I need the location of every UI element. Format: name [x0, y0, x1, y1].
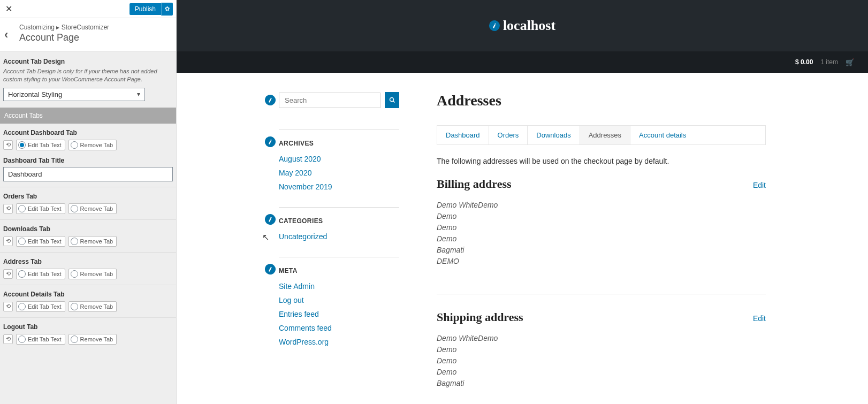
widget-link[interactable]: Site Admin: [279, 282, 315, 291]
reset-button[interactable]: ⟲: [3, 204, 13, 214]
back-button[interactable]: ‹: [4, 28, 8, 42]
remove-tab-radio[interactable]: Remove Tab: [68, 140, 117, 150]
widget-link[interactable]: Log out: [279, 296, 304, 304]
widget-link[interactable]: Uncategorized: [279, 232, 327, 241]
widget-link[interactable]: November 2019: [279, 182, 332, 191]
reset-button[interactable]: ⟲: [3, 334, 13, 344]
svg-point-0: [390, 98, 393, 102]
account-tab-addresses[interactable]: Addresses: [580, 126, 630, 144]
svg-line-1: [393, 101, 394, 103]
reset-button[interactable]: ⟲: [3, 269, 13, 279]
account-tabs-header: Account Tabs: [0, 108, 176, 124]
cart-total: $ 0.00: [795, 58, 813, 66]
widget-title: CATEGORIES: [279, 217, 399, 225]
widget-link[interactable]: May 2020: [279, 169, 311, 177]
customizer-sidebar: ✕ Publish ✿ ‹ Customizing ▸ StoreCustomi…: [0, 0, 177, 404]
reset-button[interactable]: ⟲: [3, 302, 13, 311]
tab-section-label: Logout Tab: [3, 323, 173, 331]
panel-title: Account Page: [19, 32, 169, 43]
dashboard-title-input[interactable]: [3, 167, 173, 181]
widget-link[interactable]: WordPress.org: [279, 338, 329, 346]
cart-items-count: 1 item: [820, 58, 838, 66]
edit-billing-link[interactable]: Edit: [753, 181, 766, 189]
edit-icon[interactable]: [263, 93, 277, 107]
reset-button[interactable]: ⟲: [3, 237, 13, 246]
reset-button[interactable]: ⟲: [3, 140, 13, 150]
search-button[interactable]: [385, 92, 399, 108]
page-title: Addresses: [437, 92, 766, 109]
publish-settings-button[interactable]: ✿: [161, 3, 173, 16]
edit-tab-text-radio[interactable]: Edit Tab Text: [16, 269, 65, 279]
tab-section-label: Orders Tab: [3, 193, 173, 200]
cart-icon[interactable]: 🛒: [846, 58, 854, 66]
edit-tab-text-radio[interactable]: Edit Tab Text: [16, 140, 65, 150]
tab-design-select[interactable]: Horizontal Styling: [3, 88, 145, 101]
dashboard-subtitle-label: Dashboard Tab Title: [3, 157, 173, 164]
widget-link[interactable]: August 2020: [279, 155, 321, 163]
edit-icon[interactable]: [488, 19, 501, 33]
search-input[interactable]: [279, 93, 380, 108]
remove-tab-radio[interactable]: Remove Tab: [68, 301, 117, 312]
remove-tab-radio[interactable]: Remove Tab: [68, 236, 117, 247]
edit-tab-text-radio[interactable]: Edit Tab Text: [16, 203, 65, 214]
mini-cart-bar: $ 0.00 1 item 🛒: [177, 51, 868, 73]
widget-link[interactable]: Comments feed: [279, 324, 332, 332]
archives-widget: ARCHIVES August 2020May 2020November 201…: [279, 129, 399, 191]
site-logo-text[interactable]: localhost: [503, 18, 555, 34]
widget-title: META: [279, 267, 399, 275]
account-tabs-nav: DashboardOrdersDownloadsAddressesAccount…: [437, 125, 766, 145]
tab-section-label: Downloads Tab: [3, 225, 173, 233]
site-header: localhost: [177, 0, 868, 51]
account-tab-dashboard[interactable]: Dashboard: [437, 126, 489, 144]
edit-tab-text-radio[interactable]: Edit Tab Text: [16, 301, 65, 312]
tab-section-label: Account Details Tab: [3, 291, 173, 298]
publish-button[interactable]: Publish: [130, 3, 161, 15]
edit-tab-text-radio[interactable]: Edit Tab Text: [16, 236, 65, 247]
tab-section-label: Address Tab: [3, 258, 173, 265]
tab-section-label: Account Dashboard Tab: [3, 129, 173, 136]
design-label: Account Tab Design: [3, 58, 173, 65]
account-tab-orders[interactable]: Orders: [489, 126, 528, 144]
shipping-address: Demo WhiteDemoDemoDemoDemoBagmati: [437, 333, 766, 389]
intro-text: The following addresses will be used on …: [437, 157, 766, 165]
remove-tab-radio[interactable]: Remove Tab: [68, 334, 117, 345]
billing-title: Billing address: [437, 177, 512, 191]
account-tab-account-details[interactable]: Account details: [630, 126, 695, 144]
widget-link[interactable]: Entries feed: [279, 310, 319, 318]
categories-widget: CATEGORIES Uncategorized: [279, 207, 399, 241]
edit-icon[interactable]: [263, 262, 277, 276]
edit-tab-text-radio[interactable]: Edit Tab Text: [16, 334, 65, 345]
widget-title: ARCHIVES: [279, 140, 399, 147]
breadcrumb: Customizing ▸ StoreCustomizer: [19, 24, 169, 31]
remove-tab-radio[interactable]: Remove Tab: [68, 203, 117, 214]
edit-icon[interactable]: [263, 212, 277, 226]
edit-icon[interactable]: [263, 135, 277, 149]
shipping-title: Shipping address: [437, 310, 523, 324]
meta-widget: META Site AdminLog outEntries feedCommen…: [279, 257, 399, 346]
preview-pane: localhost $ 0.00 1 item 🛒 ARCHIVES Augus…: [177, 0, 868, 404]
design-desc: Account Tab Design is only for if your t…: [3, 67, 173, 83]
edit-shipping-link[interactable]: Edit: [753, 314, 766, 323]
close-customizer-button[interactable]: ✕: [3, 4, 14, 14]
billing-address: Demo WhiteDemoDemoDemoDemoBagmatiDEMO: [437, 200, 766, 267]
remove-tab-radio[interactable]: Remove Tab: [68, 269, 117, 279]
account-tab-downloads[interactable]: Downloads: [527, 126, 579, 144]
